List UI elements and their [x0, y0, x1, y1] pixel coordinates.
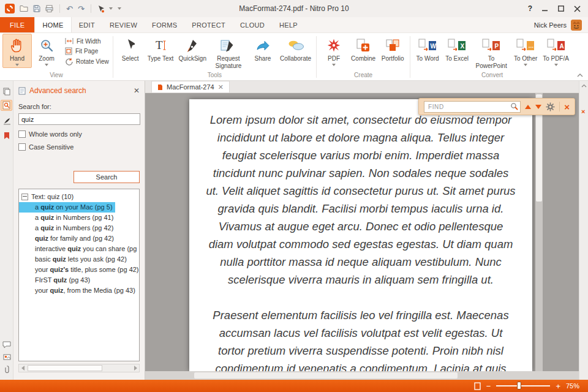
tab-help[interactable]: HELP — [272, 17, 305, 32]
toolbar-separator — [91, 4, 91, 13]
bookmarks-panel-icon[interactable] — [2, 130, 12, 141]
print-button[interactable] — [45, 5, 53, 12]
to-other-button[interactable]: … To Other — [511, 34, 540, 68]
ribbon: Hand Zoom Fit Width — [0, 33, 588, 81]
tab-cloud[interactable]: CLOUD — [233, 17, 272, 32]
to-word-button[interactable]: W To Word — [413, 34, 442, 64]
combine-button[interactable]: Combine — [349, 34, 378, 64]
find-previous-icon[interactable] — [525, 105, 531, 109]
search-input[interactable] — [18, 113, 140, 125]
scroll-right-icon[interactable] — [132, 364, 139, 372]
zoom-in-button[interactable]: + — [556, 382, 560, 390]
scroll-left-icon[interactable] — [19, 364, 26, 372]
tab-edit[interactable]: EDIT — [72, 17, 102, 32]
case-sensitive-checkbox[interactable]: Case Sensitive — [13, 143, 145, 151]
panel-horizontal-scrollbar[interactable] — [18, 364, 140, 372]
comments-panel-icon[interactable] — [2, 339, 12, 350]
tab-review[interactable]: REVIEW — [102, 17, 145, 32]
find-options-gear-icon[interactable] — [546, 102, 555, 111]
document-canvas[interactable]: Lorem ipsum dolor sit amet, consectetur … — [145, 93, 579, 371]
close-document-icon[interactable]: ✕ — [218, 84, 224, 91]
zoom-out-button[interactable]: − — [486, 382, 491, 390]
to-pdfa-button[interactable]: A To PDF/A — [540, 34, 571, 68]
to-powerpoint-button[interactable]: P To PowerPoint — [472, 34, 511, 71]
vertical-scrollbar[interactable] — [535, 93, 543, 371]
help-button[interactable]: ? — [528, 4, 532, 13]
search-button[interactable]: Search — [74, 171, 140, 183]
tab-protect[interactable]: PROTECT — [184, 17, 233, 32]
portfolio-button[interactable]: Portfolio — [378, 34, 407, 64]
pointer-tool-button[interactable] — [97, 5, 104, 13]
pdf-page[interactable]: Lorem ipsum dolor sit amet, consectetur … — [189, 99, 532, 371]
media-panel-icon[interactable] — [2, 352, 12, 363]
open-file-button[interactable] — [20, 5, 28, 12]
chevron-up-icon[interactable] — [581, 84, 587, 88]
find-next-icon[interactable] — [535, 105, 541, 109]
save-button[interactable] — [33, 5, 40, 12]
svg-text:P: P — [495, 42, 499, 49]
to-excel-button[interactable]: X To Excel — [442, 34, 472, 64]
tab-forms[interactable]: FORMS — [145, 17, 184, 32]
portfolio-label: Portfolio — [382, 55, 404, 62]
share-label: Share — [255, 55, 271, 62]
search-panel-icon[interactable] — [1, 100, 12, 111]
hand-label: Hand — [10, 55, 24, 62]
panel-close-icon[interactable]: × — [581, 108, 585, 115]
scrollbar-track[interactable] — [26, 364, 132, 372]
type-text-button[interactable]: T Type Text — [145, 34, 176, 64]
fit-width-button[interactable]: Fit Width — [65, 37, 109, 45]
results-tree-header[interactable]: Text: quiz (10) — [19, 192, 139, 202]
maximize-button[interactable] — [558, 6, 564, 12]
search-result-item[interactable]: basic quiz lets you ask (pg 42) — [19, 254, 129, 265]
customize-toolbar-icon[interactable] — [118, 7, 121, 10]
fit-page-button[interactable]: Fit Page — [65, 47, 109, 55]
scrollbar-thumb[interactable] — [28, 365, 102, 371]
rotate-view-button[interactable]: Rotate View — [65, 58, 109, 66]
redo-button[interactable]: ↷ — [78, 5, 85, 13]
minimize-button[interactable] — [542, 6, 548, 12]
tree-collapse-icon[interactable] — [21, 194, 28, 200]
zoom-tool-button[interactable]: Zoom — [32, 34, 61, 68]
request-signature-button[interactable]: Request Signature — [209, 34, 248, 71]
collaborate-button[interactable]: Collaborate — [277, 34, 314, 64]
chevron-down-icon[interactable] — [109, 7, 113, 10]
panel-close-icon[interactable]: ✕ — [134, 87, 140, 94]
close-button[interactable] — [574, 6, 581, 12]
zoom-slider-thumb[interactable] — [517, 382, 521, 390]
page-fit-icon[interactable] — [474, 382, 481, 390]
select-cursor-icon — [126, 37, 135, 54]
document-tab[interactable]: MacFormat-274 ✕ — [151, 81, 230, 92]
chevron-down-icon — [554, 64, 558, 66]
horizontal-scrollbar[interactable] — [145, 371, 579, 380]
find-input[interactable] — [424, 101, 521, 113]
search-result-item[interactable]: FIrST quIz (pg 43) — [19, 275, 92, 285]
tab-home[interactable]: HOME — [34, 17, 71, 32]
find-close-icon[interactable]: × — [564, 102, 570, 111]
search-result-item[interactable]: interactive quiz you can share (pg — [19, 244, 139, 254]
search-result-item[interactable]: your quiz's title, plus some (pg 42) — [19, 265, 140, 275]
whole-words-checkbox[interactable]: Whole words only — [13, 130, 145, 138]
signature-panel-icon[interactable] — [2, 115, 12, 126]
search-result-item[interactable]: your quiz, from the Media (pg 43) — [19, 285, 138, 296]
collapse-ribbon-button[interactable] — [577, 74, 583, 77]
scrollbar-thumb[interactable] — [194, 372, 458, 379]
zoom-level: 75% — [566, 382, 579, 390]
undo-button[interactable]: ↶ — [66, 5, 73, 13]
tab-file[interactable]: FILE — [0, 17, 34, 32]
search-result-item[interactable]: a quiz in Numbers (pg 41) — [19, 213, 116, 223]
search-result-item[interactable]: quiz for family and (pg 42) — [19, 233, 116, 244]
create-pdf-button[interactable]: PDF — [319, 34, 349, 68]
search-result-item[interactable]: a quiz in Numbers (pg 42) — [19, 223, 116, 233]
results-header-label: Text: quiz (10) — [31, 193, 74, 200]
share-button[interactable]: Share — [248, 34, 277, 64]
pdf-doc-icon — [157, 84, 163, 91]
hand-tool-button[interactable]: Hand — [2, 34, 32, 68]
user-account[interactable]: Nick Peers — [534, 17, 588, 32]
select-button[interactable]: Select — [116, 34, 145, 64]
zoom-slider[interactable] — [496, 385, 550, 386]
pages-panel-icon[interactable] — [2, 86, 12, 97]
to-pdfa-icon: A — [547, 37, 565, 54]
search-result-item[interactable]: a quiz on your Mac (pg 5) — [19, 202, 115, 213]
quicksign-button[interactable]: QuickSign — [176, 34, 209, 64]
attachments-panel-icon[interactable] — [2, 364, 12, 375]
